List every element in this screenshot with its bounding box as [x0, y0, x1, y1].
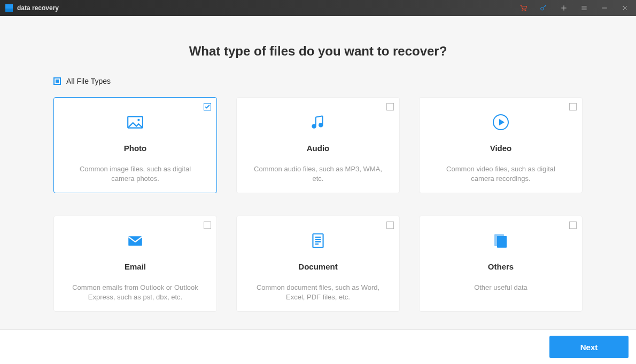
card-photo-title: Photo — [124, 144, 147, 153]
card-photo-checkbox[interactable] — [204, 103, 211, 110]
card-audio[interactable]: Audio Common audio files, such as MP3, W… — [236, 97, 400, 193]
card-others-desc: Other useful data — [470, 283, 532, 292]
menu-icon[interactable] — [579, 3, 589, 13]
card-others-checkbox[interactable] — [569, 221, 577, 229]
card-video-checkbox[interactable] — [569, 103, 577, 110]
footer-bar: Next — [0, 329, 636, 364]
titlebar: data recovery — [0, 0, 636, 16]
email-icon — [126, 228, 144, 254]
svg-point-4 — [137, 119, 139, 121]
document-icon — [309, 228, 327, 254]
svg-point-5 — [312, 124, 316, 129]
all-file-types-label: All File Types — [66, 77, 111, 85]
card-email[interactable]: Email Common emails from Outlook or Outl… — [53, 216, 217, 312]
card-email-checkbox[interactable] — [204, 221, 211, 229]
all-file-types-row[interactable]: All File Types — [53, 77, 583, 97]
page-heading: What type of files do you want to recove… — [53, 16, 583, 77]
minimize-icon[interactable] — [600, 3, 609, 13]
card-video[interactable]: Video Common video files, such as digita… — [419, 97, 583, 193]
card-photo-desc: Common image files, such as digital came… — [65, 164, 206, 183]
cart-icon[interactable] — [518, 3, 528, 13]
card-video-desc: Common video files, such as digital came… — [430, 164, 571, 183]
card-document[interactable]: Document Common document files, such as … — [236, 216, 400, 312]
svg-point-2 — [541, 7, 544, 10]
app-title: data recovery — [17, 4, 59, 12]
app-logo-icon — [5, 4, 13, 12]
main-content: What type of files do you want to recove… — [0, 16, 636, 329]
card-audio-desc: Common audio files, such as MP3, WMA, et… — [247, 164, 389, 183]
video-icon — [492, 109, 510, 135]
plus-icon[interactable] — [559, 3, 569, 13]
others-icon — [492, 228, 510, 254]
svg-rect-11 — [497, 236, 507, 248]
svg-point-6 — [319, 123, 323, 128]
svg-point-1 — [525, 10, 526, 11]
titlebar-right — [518, 3, 630, 13]
card-email-title: Email — [125, 262, 146, 271]
card-photo[interactable]: Photo Common image files, such as digita… — [53, 97, 217, 193]
card-others-title: Others — [488, 262, 514, 271]
card-audio-title: Audio — [307, 144, 330, 153]
next-button[interactable]: Next — [549, 336, 629, 358]
card-document-title: Document — [298, 262, 337, 271]
card-audio-checkbox[interactable] — [386, 103, 394, 110]
file-type-grid: Photo Common image files, such as digita… — [53, 97, 583, 312]
card-document-checkbox[interactable] — [386, 221, 394, 229]
key-icon[interactable] — [539, 3, 548, 13]
card-email-desc: Common emails from Outlook or Outlook Ex… — [65, 283, 206, 302]
titlebar-left: data recovery — [5, 4, 59, 12]
all-file-types-checkbox[interactable] — [53, 77, 61, 85]
audio-icon — [309, 109, 327, 135]
svg-rect-9 — [313, 234, 323, 248]
svg-point-0 — [522, 10, 523, 11]
card-document-desc: Common document files, such as Word, Exc… — [247, 283, 389, 302]
card-video-title: Video — [490, 144, 512, 153]
photo-icon — [126, 109, 144, 135]
card-others[interactable]: Others Other useful data — [419, 216, 583, 312]
close-icon[interactable] — [620, 3, 630, 13]
